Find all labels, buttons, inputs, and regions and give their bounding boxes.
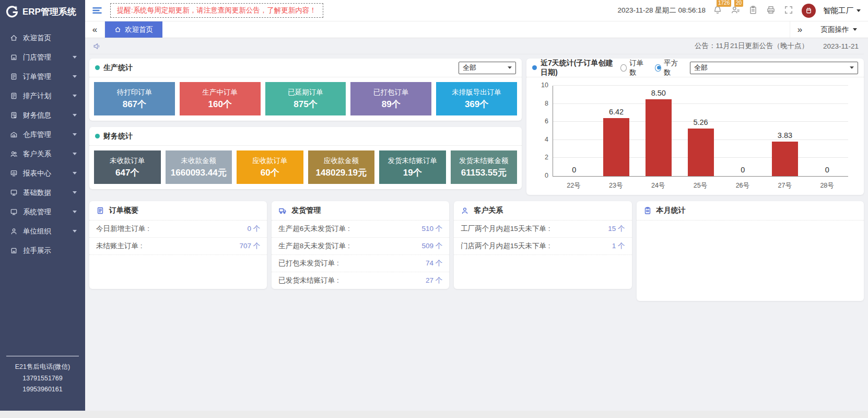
radio-label: 订单数	[629, 59, 647, 77]
chart-bar[interactable]	[772, 142, 798, 176]
chart-bar[interactable]	[688, 129, 714, 176]
store-icon	[10, 247, 18, 254]
summary-panel-本月统计: 本月统计	[637, 201, 864, 301]
fullscreen-icon[interactable]	[784, 5, 794, 16]
summary-row-label: 门店两个月内超15天未下单 :	[461, 241, 550, 251]
production-stats-title: 生产统计	[103, 63, 133, 73]
sidebar-item-label: 订单管理	[23, 72, 67, 82]
clipboard-icon[interactable]	[748, 5, 759, 16]
finance-card-发货未结账金额[interactable]: 发货未结账金额61153.55元	[451, 150, 518, 184]
finance-card-未收款订单[interactable]: 未收款订单647个	[94, 150, 161, 184]
sidebar-item-仓库管理[interactable]: 仓库管理	[0, 125, 85, 144]
chart-plot-area: 024681006.428.505.2603.830	[553, 86, 848, 177]
radio-平方数[interactable]: 平方数	[655, 59, 681, 77]
summary-row-label: 生产超6天未发货订单 :	[278, 224, 350, 234]
finance-card-未收款金额[interactable]: 未收款金额1660093.44元	[166, 150, 232, 184]
summary-row-label: 已发货未结账订单 :	[278, 276, 339, 285]
finance-card-应收款订单[interactable]: 应收款订单60个	[237, 150, 303, 184]
chart-bar-column-26号[interactable]: 0	[722, 86, 764, 176]
sidebar-item-欢迎首页[interactable]: 欢迎首页	[0, 28, 85, 48]
summary-row-value[interactable]: 0 个	[247, 224, 260, 234]
summary-row-label: 工厂两个月内超15天未下单 :	[461, 224, 550, 234]
announcement-text[interactable]: 公告：11月21日更新公告（晚十点）	[695, 41, 808, 51]
chart-bar-column-24号[interactable]: 8.50	[637, 86, 679, 176]
sidebar-item-报表中心[interactable]: 报表中心	[0, 164, 85, 183]
sidebar-item-客户关系[interactable]: 客户关系	[0, 144, 85, 164]
production-card-未排版导出订单[interactable]: 未排版导出订单369个	[436, 82, 517, 115]
chart-bar-column-27号[interactable]: 3.83	[764, 86, 806, 176]
chart-x-axis-labels: 22号23号24号25号26号27号28号	[553, 181, 848, 190]
chart-bar-column-23号[interactable]: 6.42	[595, 86, 638, 176]
user-menu[interactable]: 智能工厂	[823, 6, 861, 16]
summary-panel-客户关系: 客户关系工厂两个月内超15天未下单 :15 个门店两个月内超15天未下单 :1 …	[454, 201, 631, 289]
clipboard-icon	[643, 206, 652, 215]
sidebar-item-系统管理[interactable]: 系统管理	[0, 202, 85, 222]
production-card-生产中订单[interactable]: 生产中订单160个	[180, 82, 261, 115]
chart-bar[interactable]	[603, 118, 629, 176]
summary-row-value[interactable]: 509 个	[422, 241, 443, 251]
summary-row-value[interactable]: 15 个	[608, 224, 625, 234]
finance-stats-header: 财务统计	[89, 127, 522, 146]
sidebar-item-拉手展示[interactable]: 拉手展示	[0, 241, 85, 260]
speaker-icon[interactable]	[92, 42, 101, 51]
bell-icon[interactable]: 1726	[713, 5, 723, 16]
chevron-down-icon	[73, 95, 77, 97]
sidebar-item-门店管理[interactable]: 门店管理	[0, 48, 85, 67]
summary-row-value[interactable]: 510 个	[422, 224, 443, 234]
logo-icon	[5, 5, 19, 18]
finance-card-应收款金额[interactable]: 应收款金额148029.19元	[308, 150, 375, 184]
finance-cards: 未收款订单647个未收款金额1660093.44元应收款订单60个应收款金额14…	[89, 146, 522, 189]
chart-bar-column-28号[interactable]: 0	[806, 86, 848, 176]
summary-row-value[interactable]: 707 个	[239, 241, 260, 251]
sidebar-item-label: 基础数据	[23, 188, 67, 198]
chevron-down-icon	[73, 75, 77, 78]
sidebar-item-基础数据[interactable]: 基础数据	[0, 183, 85, 202]
sidebar-item-label: 仓库管理	[23, 130, 67, 140]
erp-dashboard: ERP管理系统 欢迎首页门店管理订单管理排产计划财务信息仓库管理客户关系报表中心…	[0, 0, 868, 418]
finance-stats-panel: 财务统计 未收款订单647个未收款金额1660093.44元应收款订单60个应收…	[89, 127, 522, 189]
user-avatar[interactable]	[802, 4, 816, 18]
horizontal-scrollbar[interactable]	[0, 411, 868, 418]
printer-icon[interactable]	[766, 5, 777, 16]
tabs-scroll-left-button[interactable]: «	[85, 21, 105, 38]
home-icon	[10, 34, 18, 42]
chart-bar-column-25号[interactable]: 5.26	[679, 86, 722, 176]
chart-y-tick-label: 4	[545, 136, 548, 143]
production-filter-select[interactable]: 全部	[459, 62, 516, 74]
sidebar-item-label: 拉手展示	[23, 246, 77, 256]
summary-row-value[interactable]: 27 个	[426, 276, 442, 285]
production-card-已打包订单[interactable]: 已打包订单89个	[350, 82, 431, 115]
summary-row-value[interactable]: 74 个	[426, 259, 442, 268]
tab-welcome-home[interactable]: 欢迎首页	[105, 21, 162, 38]
summary-panel-title: 发货管理	[291, 206, 321, 215]
chart-filter-select[interactable]: 全部	[690, 62, 858, 74]
sidebar-item-财务信息[interactable]: 财务信息	[0, 106, 85, 125]
contacts-icon[interactable]: 20	[731, 5, 741, 16]
report-icon	[10, 169, 18, 177]
page-operations-dropdown[interactable]: 页面操作	[810, 21, 868, 38]
summary-panel-title: 客户关系	[474, 206, 503, 215]
chevron-down-icon	[73, 172, 77, 175]
radio-订单数[interactable]: 订单数	[620, 59, 647, 77]
sidebar-item-排产计划[interactable]: 排产计划	[0, 86, 85, 106]
contact-line: 13791551769	[6, 373, 79, 384]
sidebar-item-label: 客户关系	[23, 149, 67, 159]
sidebar-item-订单管理[interactable]: 订单管理	[0, 67, 85, 86]
weekly-chart-header: 近7天统计(子订单创建日期) 订单数平方数 全部	[526, 59, 864, 77]
summary-row-value[interactable]: 1 个	[612, 241, 625, 251]
menu-collapse-icon[interactable]	[91, 5, 103, 16]
chart-bar[interactable]	[646, 99, 672, 176]
tabs-scroll-right-button[interactable]: »	[790, 21, 810, 38]
stat-card-label: 未收款金额	[181, 156, 217, 166]
chart-bar-column-22号[interactable]: 0	[553, 86, 595, 176]
chart-x-tick-label: 23号	[595, 181, 637, 190]
chevron-down-icon	[853, 28, 857, 31]
sidebar-item-单位组织[interactable]: 单位组织	[0, 222, 85, 241]
summary-row-label: 今日新增主订单 :	[96, 224, 149, 234]
stat-card-value: 647个	[115, 167, 139, 179]
production-card-已延期订单[interactable]: 已延期订单875个	[265, 82, 346, 115]
production-card-待打印订单[interactable]: 待打印订单867个	[94, 82, 175, 115]
production-cards: 待打印订单867个生产中订单160个已延期订单875个已打包订单89个未排版导出…	[89, 77, 522, 121]
finance-card-发货未结账订单[interactable]: 发货未结账订单19个	[379, 150, 446, 184]
radio-label: 平方数	[664, 59, 681, 77]
